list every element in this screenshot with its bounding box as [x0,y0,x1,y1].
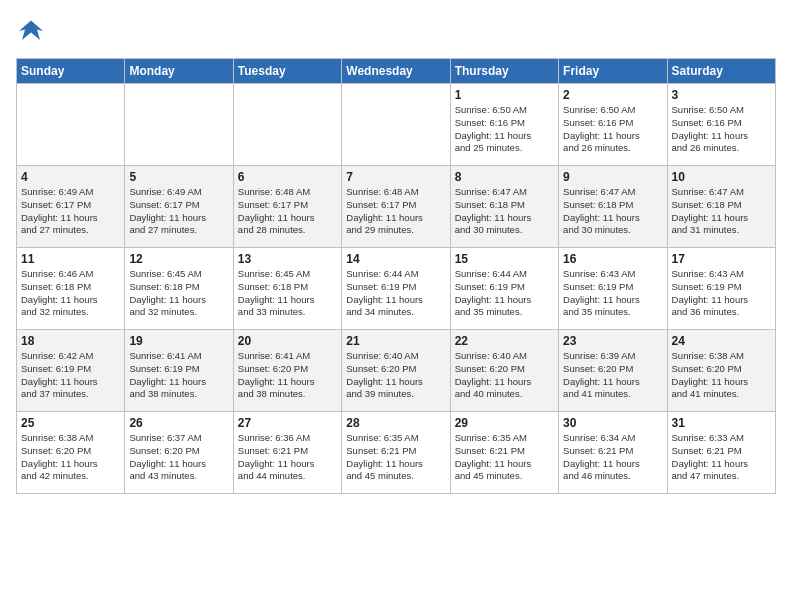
day-number: 8 [455,170,554,184]
cell-info: Sunrise: 6:44 AM Sunset: 6:19 PM Dayligh… [346,268,445,319]
calendar-cell: 8Sunrise: 6:47 AM Sunset: 6:18 PM Daylig… [450,166,558,248]
cell-info: Sunrise: 6:34 AM Sunset: 6:21 PM Dayligh… [563,432,662,483]
calendar-cell: 3Sunrise: 6:50 AM Sunset: 6:16 PM Daylig… [667,84,775,166]
logo [16,16,50,46]
day-number: 16 [563,252,662,266]
day-number: 15 [455,252,554,266]
cell-info: Sunrise: 6:50 AM Sunset: 6:16 PM Dayligh… [672,104,771,155]
calendar-cell [17,84,125,166]
calendar-cell: 6Sunrise: 6:48 AM Sunset: 6:17 PM Daylig… [233,166,341,248]
day-number: 19 [129,334,228,348]
day-number: 7 [346,170,445,184]
calendar-cell: 20Sunrise: 6:41 AM Sunset: 6:20 PM Dayli… [233,330,341,412]
calendar-cell: 22Sunrise: 6:40 AM Sunset: 6:20 PM Dayli… [450,330,558,412]
day-header-thursday: Thursday [450,59,558,84]
cell-info: Sunrise: 6:40 AM Sunset: 6:20 PM Dayligh… [346,350,445,401]
calendar-cell: 15Sunrise: 6:44 AM Sunset: 6:19 PM Dayli… [450,248,558,330]
cell-info: Sunrise: 6:45 AM Sunset: 6:18 PM Dayligh… [129,268,228,319]
day-number: 24 [672,334,771,348]
day-header-sunday: Sunday [17,59,125,84]
day-number: 25 [21,416,120,430]
cell-info: Sunrise: 6:47 AM Sunset: 6:18 PM Dayligh… [563,186,662,237]
calendar-cell: 17Sunrise: 6:43 AM Sunset: 6:19 PM Dayli… [667,248,775,330]
day-number: 9 [563,170,662,184]
cell-info: Sunrise: 6:35 AM Sunset: 6:21 PM Dayligh… [346,432,445,483]
day-number: 1 [455,88,554,102]
day-number: 12 [129,252,228,266]
day-number: 11 [21,252,120,266]
day-number: 23 [563,334,662,348]
day-number: 18 [21,334,120,348]
calendar-week-3: 11Sunrise: 6:46 AM Sunset: 6:18 PM Dayli… [17,248,776,330]
calendar-cell: 16Sunrise: 6:43 AM Sunset: 6:19 PM Dayli… [559,248,667,330]
cell-info: Sunrise: 6:38 AM Sunset: 6:20 PM Dayligh… [21,432,120,483]
calendar-cell: 19Sunrise: 6:41 AM Sunset: 6:19 PM Dayli… [125,330,233,412]
calendar-cell: 2Sunrise: 6:50 AM Sunset: 6:16 PM Daylig… [559,84,667,166]
calendar-cell: 1Sunrise: 6:50 AM Sunset: 6:16 PM Daylig… [450,84,558,166]
day-number: 4 [21,170,120,184]
day-number: 2 [563,88,662,102]
cell-info: Sunrise: 6:47 AM Sunset: 6:18 PM Dayligh… [672,186,771,237]
cell-info: Sunrise: 6:49 AM Sunset: 6:17 PM Dayligh… [21,186,120,237]
calendar-cell: 30Sunrise: 6:34 AM Sunset: 6:21 PM Dayli… [559,412,667,494]
day-header-friday: Friday [559,59,667,84]
cell-info: Sunrise: 6:48 AM Sunset: 6:17 PM Dayligh… [346,186,445,237]
calendar-cell: 29Sunrise: 6:35 AM Sunset: 6:21 PM Dayli… [450,412,558,494]
cell-info: Sunrise: 6:40 AM Sunset: 6:20 PM Dayligh… [455,350,554,401]
day-header-wednesday: Wednesday [342,59,450,84]
calendar-cell: 18Sunrise: 6:42 AM Sunset: 6:19 PM Dayli… [17,330,125,412]
cell-info: Sunrise: 6:50 AM Sunset: 6:16 PM Dayligh… [563,104,662,155]
day-header-saturday: Saturday [667,59,775,84]
calendar-cell: 31Sunrise: 6:33 AM Sunset: 6:21 PM Dayli… [667,412,775,494]
cell-info: Sunrise: 6:35 AM Sunset: 6:21 PM Dayligh… [455,432,554,483]
calendar-cell: 25Sunrise: 6:38 AM Sunset: 6:20 PM Dayli… [17,412,125,494]
day-number: 26 [129,416,228,430]
cell-info: Sunrise: 6:41 AM Sunset: 6:20 PM Dayligh… [238,350,337,401]
cell-info: Sunrise: 6:38 AM Sunset: 6:20 PM Dayligh… [672,350,771,401]
day-number: 3 [672,88,771,102]
cell-info: Sunrise: 6:42 AM Sunset: 6:19 PM Dayligh… [21,350,120,401]
calendar-cell: 23Sunrise: 6:39 AM Sunset: 6:20 PM Dayli… [559,330,667,412]
calendar-cell: 14Sunrise: 6:44 AM Sunset: 6:19 PM Dayli… [342,248,450,330]
svg-marker-0 [19,21,43,41]
cell-info: Sunrise: 6:50 AM Sunset: 6:16 PM Dayligh… [455,104,554,155]
day-number: 31 [672,416,771,430]
day-number: 17 [672,252,771,266]
cell-info: Sunrise: 6:41 AM Sunset: 6:19 PM Dayligh… [129,350,228,401]
cell-info: Sunrise: 6:49 AM Sunset: 6:17 PM Dayligh… [129,186,228,237]
cell-info: Sunrise: 6:37 AM Sunset: 6:20 PM Dayligh… [129,432,228,483]
day-number: 14 [346,252,445,266]
cell-info: Sunrise: 6:47 AM Sunset: 6:18 PM Dayligh… [455,186,554,237]
calendar-cell: 11Sunrise: 6:46 AM Sunset: 6:18 PM Dayli… [17,248,125,330]
day-number: 13 [238,252,337,266]
calendar-week-5: 25Sunrise: 6:38 AM Sunset: 6:20 PM Dayli… [17,412,776,494]
calendar-cell: 12Sunrise: 6:45 AM Sunset: 6:18 PM Dayli… [125,248,233,330]
calendar-table: SundayMondayTuesdayWednesdayThursdayFrid… [16,58,776,494]
cell-info: Sunrise: 6:46 AM Sunset: 6:18 PM Dayligh… [21,268,120,319]
day-number: 30 [563,416,662,430]
day-number: 22 [455,334,554,348]
day-header-monday: Monday [125,59,233,84]
calendar-cell [125,84,233,166]
calendar-cell: 26Sunrise: 6:37 AM Sunset: 6:20 PM Dayli… [125,412,233,494]
day-header-tuesday: Tuesday [233,59,341,84]
calendar-cell: 13Sunrise: 6:45 AM Sunset: 6:18 PM Dayli… [233,248,341,330]
cell-info: Sunrise: 6:39 AM Sunset: 6:20 PM Dayligh… [563,350,662,401]
calendar-cell [342,84,450,166]
day-number: 28 [346,416,445,430]
cell-info: Sunrise: 6:48 AM Sunset: 6:17 PM Dayligh… [238,186,337,237]
calendar-cell: 4Sunrise: 6:49 AM Sunset: 6:17 PM Daylig… [17,166,125,248]
cell-info: Sunrise: 6:33 AM Sunset: 6:21 PM Dayligh… [672,432,771,483]
calendar-cell: 10Sunrise: 6:47 AM Sunset: 6:18 PM Dayli… [667,166,775,248]
logo-icon [16,16,46,46]
calendar-week-1: 1Sunrise: 6:50 AM Sunset: 6:16 PM Daylig… [17,84,776,166]
calendar-week-2: 4Sunrise: 6:49 AM Sunset: 6:17 PM Daylig… [17,166,776,248]
cell-info: Sunrise: 6:44 AM Sunset: 6:19 PM Dayligh… [455,268,554,319]
calendar-cell: 24Sunrise: 6:38 AM Sunset: 6:20 PM Dayli… [667,330,775,412]
day-number: 29 [455,416,554,430]
day-number: 21 [346,334,445,348]
calendar-cell: 27Sunrise: 6:36 AM Sunset: 6:21 PM Dayli… [233,412,341,494]
day-number: 27 [238,416,337,430]
calendar-cell [233,84,341,166]
day-number: 20 [238,334,337,348]
